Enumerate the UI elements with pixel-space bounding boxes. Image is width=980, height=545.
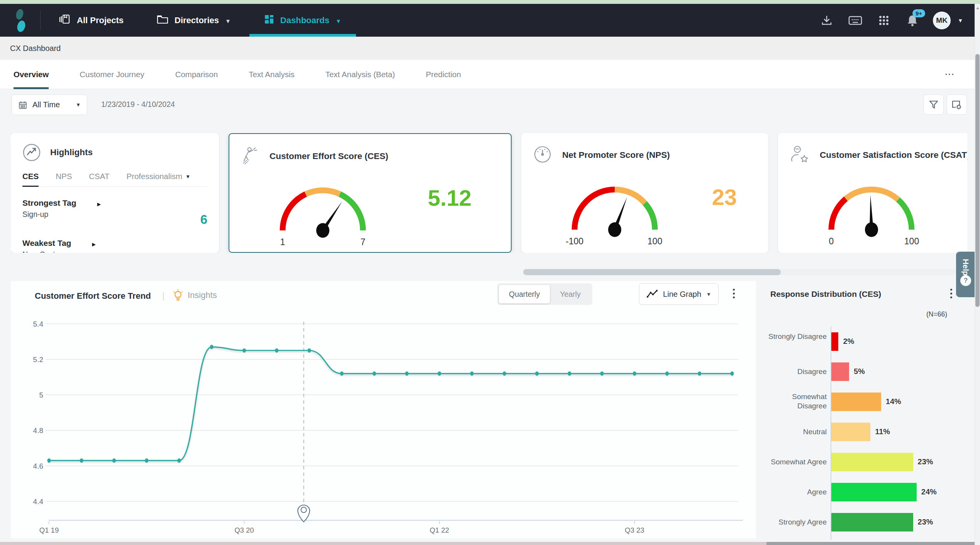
distribution-bar[interactable]	[831, 423, 870, 441]
tabs-overflow-menu[interactable]: ⋯	[944, 68, 955, 80]
highlights-tab-csat[interactable]: CSAT	[89, 172, 109, 186]
distribution-bar[interactable]	[831, 393, 881, 411]
distribution-bar[interactable]	[831, 453, 913, 471]
graph-type-caret-icon: ▼	[706, 291, 711, 297]
distribution-bar[interactable]	[831, 332, 838, 351]
svg-text:5: 5	[39, 391, 43, 399]
highlights-tab-ces[interactable]: CES	[22, 172, 39, 186]
nav-item-all-projects[interactable]: All Projects	[59, 4, 124, 37]
svg-text:4.8: 4.8	[33, 427, 43, 435]
nav-items: All ProjectsDirectories▼Dashboards▼	[41, 4, 341, 37]
page-vscroll-thumb[interactable]	[975, 54, 980, 307]
distribution-bar[interactable]	[831, 483, 917, 501]
dashboard-tab-list: OverviewCustomer JourneyComparisonText A…	[14, 60, 461, 89]
svg-text:Q1 22: Q1 22	[430, 526, 449, 534]
svg-text:7: 7	[361, 237, 366, 247]
svg-text:Q3 23: Q3 23	[625, 526, 644, 534]
gauge-value: 23	[687, 179, 761, 214]
avatar[interactable]: MK	[933, 12, 951, 29]
highlights-tab-professionalism[interactable]: Professionalism▼	[126, 172, 190, 186]
nav-item-dashboards[interactable]: Dashboards▼	[264, 4, 341, 37]
toggle-yearly[interactable]: Yearly	[550, 285, 590, 303]
tab-comparison[interactable]: Comparison	[175, 60, 218, 89]
distribution-category-label: Somewhat Agree	[766, 453, 827, 471]
response-distribution-panel: Response Distribution (CES) (N=66) Stron…	[766, 281, 967, 545]
highlights-card[interactable]: Highlights CESNPSCSATProfessionalism▼ St…	[11, 133, 219, 253]
gauge-chart: 0100	[814, 165, 929, 248]
distribution-category-label: Neutral	[766, 423, 827, 441]
tab-text-analysis-beta-[interactable]: Text Analysis (Beta)	[326, 60, 395, 89]
tab-text-analysis[interactable]: Text Analysis	[249, 60, 295, 89]
gauge-value: 49	[944, 179, 967, 214]
folder-icon	[157, 14, 168, 27]
gauge-card-title: Net Promoter Score (NPS)	[562, 150, 670, 160]
insights-button[interactable]: Insights	[172, 289, 217, 302]
tab-prediction[interactable]: Prediction	[426, 60, 461, 89]
highlight-tag: New Customer	[22, 250, 207, 253]
title-divider: |	[162, 290, 164, 301]
notification-bell-icon[interactable]: 9+	[904, 12, 921, 29]
app-grid-icon[interactable]	[876, 12, 892, 29]
nav-item-label: All Projects	[77, 15, 124, 25]
gauge-value: 5.12	[395, 180, 504, 215]
line-graph-icon	[646, 289, 658, 299]
question-icon: ?	[960, 275, 971, 286]
nav-right-icons: 9+ MK ▼	[819, 4, 980, 37]
highlight-label: Strongest Tag	[22, 198, 76, 208]
expand-arrow-icon[interactable]: ▶	[92, 242, 95, 247]
distribution-title: Response Distribution (CES)	[770, 289, 881, 299]
distribution-category-label: Agree	[766, 483, 827, 501]
distribution-category-label: Somewhat Disagree	[766, 392, 827, 411]
brand-logo-icon	[12, 8, 29, 32]
dashboard-tabs: OverviewCustomer JourneyComparisonText A…	[0, 60, 980, 89]
gauge-card-csat[interactable]: Customer Satisfaction Score (CSAT)010049	[778, 133, 967, 253]
cards-hscroll-thumb[interactable]	[523, 269, 781, 275]
vscroll-up-arrow-icon[interactable]	[976, 7, 979, 9]
page-settings-button[interactable]	[947, 95, 967, 115]
svg-text:0: 0	[829, 236, 834, 246]
gauge-card-title: Customer Satisfaction Score (CSAT)	[820, 150, 967, 160]
top-banner-strip	[0, 0, 980, 4]
toggle-quarterly[interactable]: Quarterly	[499, 285, 550, 303]
avatar-caret-icon[interactable]: ▼	[958, 17, 963, 24]
help-tab[interactable]: Help ?	[956, 252, 975, 297]
distribution-value-label: 14%	[886, 397, 901, 406]
page-vscroll-track[interactable]	[975, 4, 980, 545]
svg-text:-100: -100	[566, 236, 583, 246]
time-range-select[interactable]: All Time ▼	[12, 95, 87, 115]
svg-text:5.4: 5.4	[33, 320, 44, 328]
download-icon[interactable]	[819, 12, 835, 29]
highlights-header: Highlights	[22, 143, 207, 162]
distribution-value-label: 2%	[843, 337, 854, 346]
distribution-bar[interactable]	[831, 513, 913, 531]
highlights-trend-icon	[22, 143, 41, 162]
highlight-row-weakest-tag: Weakest Tag▶New Customer4.55	[22, 239, 207, 253]
filter-button[interactable]	[924, 95, 944, 115]
trend-line-chart[interactable]: 5.45.254.84.64.4Q1 19Q3 20Q1 22Q3 23	[11, 281, 756, 538]
time-range-caret-icon: ▼	[76, 102, 81, 108]
gauge-card-ces[interactable]: Customer Effort Score (CES)175.12	[229, 133, 512, 253]
tab-customer-journey[interactable]: Customer Journey	[80, 60, 144, 89]
distribution-menu-kebab-icon[interactable]	[948, 286, 955, 301]
kpi-cards-row: Highlights CESNPSCSATProfessionalism▼ St…	[11, 133, 967, 253]
trend-title: Customer Effort Score Trend	[35, 291, 151, 301]
trend-chart-panel: 5.45.254.84.64.4Q1 19Q3 20Q1 22Q3 23 Cus…	[11, 281, 756, 538]
svg-text:Q1 19: Q1 19	[39, 526, 59, 534]
graph-type-select[interactable]: Line Graph ▼	[639, 283, 719, 305]
speedometer-icon	[533, 145, 552, 166]
tab-overview[interactable]: Overview	[14, 60, 49, 89]
distribution-category-label: Strongly Agree	[766, 513, 827, 531]
expand-arrow-icon[interactable]: ▶	[97, 201, 101, 207]
onscreen-keyboard-icon[interactable]	[847, 12, 863, 29]
trend-menu-kebab-icon[interactable]	[731, 286, 737, 301]
highlight-value: 4.55	[183, 252, 207, 253]
gauge-card-nps[interactable]: Net Promoter Score (NPS)-10010023	[521, 133, 768, 253]
distribution-bar[interactable]	[831, 362, 849, 381]
nav-item-directories[interactable]: Directories▼	[157, 4, 231, 37]
svg-text:4.4: 4.4	[33, 498, 44, 506]
bottom-cutoff-strip	[0, 542, 766, 545]
projects-icon	[59, 14, 71, 27]
brand-logo[interactable]	[0, 4, 41, 37]
highlights-tab-nps[interactable]: NPS	[56, 172, 72, 186]
insights-label: Insights	[188, 290, 217, 300]
